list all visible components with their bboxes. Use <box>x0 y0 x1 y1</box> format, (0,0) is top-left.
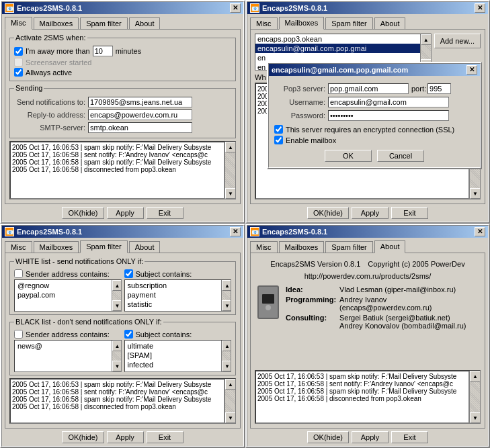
dialog-close-btn[interactable]: ✕ <box>466 65 477 75</box>
okhide-btn-br[interactable]: OK(hide) <box>307 431 349 443</box>
okhide-btn-tl[interactable]: OK(hide) <box>62 207 104 219</box>
dialog-cancel-btn[interactable]: Cancel <box>377 150 424 162</box>
list-item[interactable]: statistic <box>126 300 221 309</box>
close-btn-br[interactable]: ✕ <box>475 227 485 236</box>
white-subject-scroll[interactable]: ▲ ▼ <box>221 280 231 311</box>
log-item: 2005 Oct 17, 16:06:53 | spam skip notify… <box>12 144 222 151</box>
tab-misc-br[interactable]: Misc <box>250 241 278 253</box>
tab-mailboxes-br[interactable]: Mailboxes <box>279 241 325 253</box>
tabs-br: Misc Mailboxes Spam filter About <box>250 240 485 253</box>
list-item[interactable]: infected <box>126 360 221 369</box>
tab-spamfilter-tl[interactable]: Spam filter <box>80 17 128 29</box>
exit-btn-br[interactable]: Exit <box>391 431 428 443</box>
list-item[interactable]: payment <box>126 290 221 300</box>
phone-button <box>266 305 271 310</box>
titlebar-bl: 📧 Encaps2SMS-0.8.1 ✕ <box>2 226 243 238</box>
tab-about-tl[interactable]: About <box>129 17 161 29</box>
always-check[interactable] <box>14 68 23 77</box>
tab-mailboxes-tl[interactable]: Mailboxes <box>34 17 79 29</box>
scroll-up[interactable]: ▲ <box>222 341 231 351</box>
scroll-track-lbl <box>225 390 235 412</box>
always-label: Allways active <box>26 69 72 77</box>
about-info: Idea: Vlad Lesman (giper-mail@inbox.ru) … <box>286 285 478 330</box>
dialog-ok-btn[interactable]: OK <box>325 150 372 162</box>
tab-mailboxes-bl[interactable]: Mailboxes <box>34 241 79 253</box>
consulting-value2: Andrey Konovalov (bombadil@mail.ru) <box>339 322 466 330</box>
log-scrollbar-tl[interactable]: ▲ ▼ <box>224 142 235 199</box>
scroll-up-lbr[interactable]: ▲ <box>470 371 481 382</box>
log-scrollbar-br[interactable]: ▲ ▼ <box>469 371 480 423</box>
list-item[interactable]: [SPAM] <box>126 351 221 360</box>
scroll-up[interactable]: ▲ <box>112 280 122 291</box>
smtp-input[interactable] <box>88 122 192 133</box>
black-sender-scroll[interactable]: ▲ ▼ <box>112 341 121 371</box>
list-item[interactable]: ultimate <box>126 341 221 351</box>
white-sender-col: Sender address contains: @regnow paypal.… <box>14 268 122 312</box>
ssl-check[interactable] <box>274 125 283 134</box>
pop3-input[interactable] <box>328 83 409 94</box>
consulting-values: Sergei Batiuk (sergei@batiuk.net) Andrey… <box>339 314 466 330</box>
app-icon-bl: 📧 <box>5 227 14 236</box>
enable-check[interactable] <box>274 136 283 144</box>
consulting-value1: Sergei Batiuk (sergei@batiuk.net) <box>339 314 466 322</box>
white-sender-check[interactable] <box>14 269 23 278</box>
scroll-up[interactable]: ▲ <box>112 341 122 351</box>
white-sender-list-container: @regnow paypal.com ▲ ▼ <box>14 279 122 312</box>
notify-input[interactable] <box>88 97 192 107</box>
scroll-up[interactable]: ▲ <box>222 280 231 291</box>
log-container-tl: 2005 Oct 17, 16:06:53 | spam skip notify… <box>9 141 236 199</box>
list-item[interactable]: @regnow <box>15 281 111 290</box>
list-item[interactable]: news@ <box>15 341 111 351</box>
log-item: 2005 Oct 17, 16:06:58 | disconnected fro… <box>257 395 467 402</box>
away-check[interactable] <box>14 47 23 56</box>
close-btn-tl[interactable]: ✕ <box>230 3 241 13</box>
close-btn-bl[interactable]: ✕ <box>230 227 241 236</box>
password-input[interactable] <box>328 110 449 121</box>
port-input[interactable] <box>427 83 451 94</box>
white-subject-check[interactable] <box>124 269 133 278</box>
apply-btn-br[interactable]: Apply <box>352 431 389 443</box>
scroll-down-lbr[interactable]: ▼ <box>470 412 481 423</box>
scroll-track <box>112 291 121 300</box>
log-scrollbar-bl[interactable]: ▲ ▼ <box>224 379 235 423</box>
bottom-buttons-bl: OK(hide) Apply Exit <box>5 431 241 443</box>
black-subject-check[interactable] <box>124 330 133 339</box>
log-tl: 2005 Oct 17, 16:06:53 | spam skip notify… <box>10 142 224 199</box>
white-sender-label: Sender address contains: <box>26 270 110 278</box>
away-minutes-input[interactable] <box>93 46 113 56</box>
scroll-down-tl[interactable]: ▼ <box>225 188 236 199</box>
white-subject-col: Subject contains: subscription payment s… <box>124 268 232 312</box>
dialog-title: encapsulin@gmail.com.pop.gmail.com <box>272 66 408 74</box>
scroll-down-lbl[interactable]: ▼ <box>225 412 236 423</box>
log-br: 2005 Oct 17, 16:06:53 | spam skip notify… <box>255 371 469 423</box>
black-sender-check[interactable] <box>14 330 23 339</box>
title-tl: Encaps2SMS-0.8.1 <box>17 4 82 12</box>
username-input[interactable] <box>328 97 449 107</box>
black-subject-scroll[interactable]: ▲ ▼ <box>221 341 231 371</box>
scroll-down[interactable]: ▼ <box>222 300 231 311</box>
scroll-up-lbl[interactable]: ▲ <box>225 379 236 390</box>
tab-spamfilter-bl[interactable]: Spam filter <box>80 240 128 253</box>
scroll-down[interactable]: ▼ <box>112 361 122 371</box>
tab-about-bl[interactable]: About <box>129 241 161 253</box>
log-item: 2005 Oct 17, 16:06:58 | disconnected fro… <box>12 166 222 173</box>
tab-about-br[interactable]: About <box>374 240 406 253</box>
replyto-input[interactable] <box>88 109 192 120</box>
window-bottom-right: 📧 Encaps2SMS-0.8.1 ✕ Misc Mailboxes Spam… <box>245 224 490 448</box>
activate-legend: Activate 2SMS when: <box>14 34 87 42</box>
tab-spamfilter-br[interactable]: Spam filter <box>325 241 373 253</box>
list-item[interactable]: paypal.com <box>15 290 111 300</box>
scroll-up-tl[interactable]: ▲ <box>225 142 236 152</box>
list-item[interactable]: subscription <box>126 281 221 290</box>
okhide-btn-bl[interactable]: OK(hide) <box>62 431 104 443</box>
apply-btn-tl[interactable]: Apply <box>107 207 144 219</box>
white-sender-scroll[interactable]: ▲ ▼ <box>112 280 121 311</box>
exit-btn-bl[interactable]: Exit <box>147 431 183 443</box>
exit-btn-tl[interactable]: Exit <box>147 207 183 219</box>
tab-misc-tl[interactable]: Misc <box>5 17 32 30</box>
tab-misc-bl[interactable]: Misc <box>5 241 32 253</box>
about-url: http://powerdev.com.ru/products/2sms/ <box>257 272 478 280</box>
scroll-down[interactable]: ▼ <box>112 300 122 311</box>
apply-btn-bl[interactable]: Apply <box>107 431 144 443</box>
scroll-down[interactable]: ▼ <box>222 361 231 371</box>
